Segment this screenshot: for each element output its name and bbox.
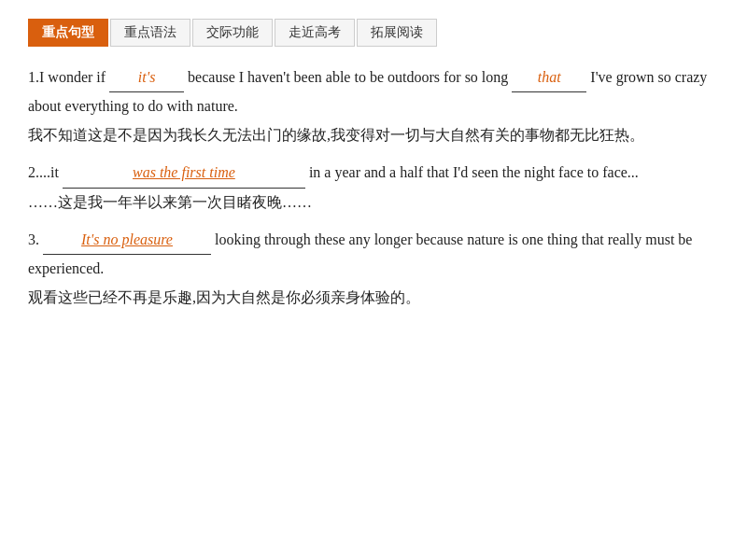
fill-blank-1-its: it's bbox=[109, 63, 184, 92]
sentence-3-cn: 观看这些已经不再是乐趣,因为大自然是你必须亲身体验的。 bbox=[28, 284, 719, 312]
main-container: 重点句型 重点语法 交际功能 走近高考 拓展阅读 1.I wonder if i… bbox=[0, 0, 747, 560]
tab-communication[interactable]: 交际功能 bbox=[192, 19, 273, 47]
tab-gaokao[interactable]: 走近高考 bbox=[275, 19, 355, 47]
sentence-3-en: 3. It's no pleasure looking through thes… bbox=[28, 226, 719, 284]
sentence-block-2: 2....it was the first time in a year and… bbox=[28, 159, 719, 217]
sentence-1-en: 1.I wonder if it's because I haven't bee… bbox=[28, 63, 719, 121]
tab-reading[interactable]: 拓展阅读 bbox=[357, 19, 437, 47]
fill-blank-2-first-time: was the first time bbox=[63, 159, 305, 188]
sentence-2-cn: ……这是我一年半以来第一次目睹夜晚…… bbox=[28, 189, 719, 217]
tab-key-grammar[interactable]: 重点语法 bbox=[110, 19, 190, 47]
sentence-3-number: 3. bbox=[28, 231, 39, 247]
sentence-1-cn: 我不知道这是不是因为我长久无法出门的缘故,我变得对一切与大自然有关的事物都无比狂… bbox=[28, 121, 719, 149]
sentence-1-mid: because I haven't been able to be outdoo… bbox=[188, 69, 512, 85]
fill-blank-3-no-pleasure: It's no pleasure bbox=[43, 226, 211, 255]
content-area: 1.I wonder if it's because I haven't bee… bbox=[28, 63, 719, 312]
tab-bar: 重点句型 重点语法 交际功能 走近高考 拓展阅读 bbox=[28, 19, 719, 47]
sentence-1-number: 1.I wonder if bbox=[28, 69, 109, 85]
sentence-2-end: in a year and a half that I'd seen the n… bbox=[309, 164, 639, 180]
sentence-2-start: 2....it bbox=[28, 164, 63, 180]
sentence-block-1: 1.I wonder if it's because I haven't bee… bbox=[28, 63, 719, 149]
sentence-block-3: 3. It's no pleasure looking through thes… bbox=[28, 226, 719, 312]
tab-key-sentences[interactable]: 重点句型 bbox=[28, 19, 108, 47]
fill-blank-1-that: that bbox=[512, 63, 586, 92]
sentence-2-en: 2....it was the first time in a year and… bbox=[28, 159, 719, 188]
